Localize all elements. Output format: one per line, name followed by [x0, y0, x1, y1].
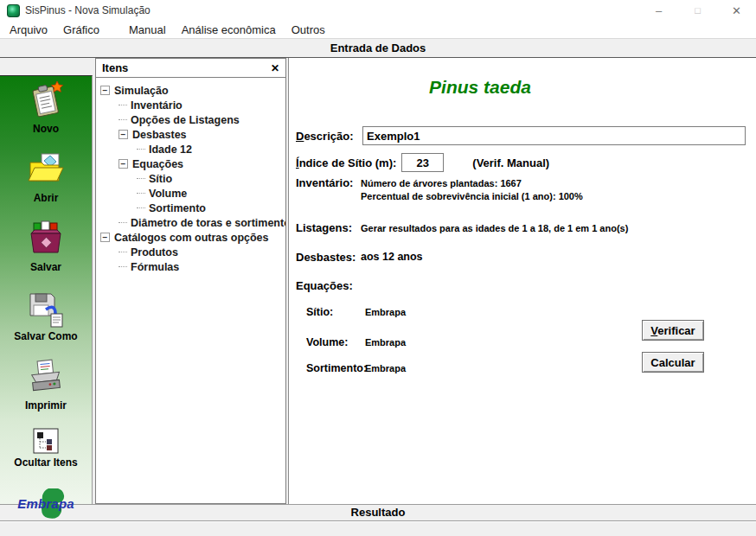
- sidebar-item-label: Ocultar Itens: [14, 456, 77, 469]
- itens-tree-panel: Itens ✕ −SimulaçãoInventárioOpções de Li…: [95, 58, 286, 504]
- new-simulation-icon: [26, 80, 66, 120]
- sidebar-item-imprimir[interactable]: Imprimir: [25, 357, 67, 412]
- collapse-minus-icon[interactable]: −: [119, 159, 128, 169]
- collapse-minus-icon[interactable]: −: [100, 86, 110, 95]
- maximize-button[interactable]: □: [678, 0, 717, 21]
- sidebar-item-label: Salvar Como: [14, 330, 77, 342]
- indice-sitio-input[interactable]: [401, 153, 444, 172]
- tree-connector: [119, 119, 127, 120]
- embrapa-logo-text: Embrapa: [7, 496, 85, 511]
- open-folder-icon: [26, 150, 66, 189]
- collapse-minus-icon[interactable]: −: [119, 130, 128, 139]
- equacao-sortimento-label: Sortimento:: [306, 362, 365, 374]
- content-area: Novo Abrir: [0, 58, 756, 504]
- entrada-de-dados-header: Entrada de Dados: [0, 39, 756, 58]
- hide-items-tree-icon: [33, 426, 59, 454]
- app-window: SisPinus - Nova Simulação – □ ✕ Arquivo …: [0, 0, 756, 536]
- descricao-input[interactable]: [362, 126, 746, 145]
- tree-item-label: Simulação: [114, 85, 169, 97]
- tree-item-5[interactable]: −Equações: [96, 156, 285, 171]
- tree-item-1[interactable]: Inventário: [96, 98, 285, 112]
- listagens-label: Listagens:: [296, 221, 361, 234]
- listagens-row: Listagens: Gerar resultados para as idad…: [296, 221, 628, 235]
- equacao-volume-row: Volume: Embrapa: [306, 336, 406, 348]
- inventario-row: Inventário: Número de árvores plantadas:…: [296, 176, 583, 203]
- verificar-button[interactable]: Verificar: [642, 320, 704, 341]
- tree-connector: [137, 149, 145, 150]
- collapse-minus-icon[interactable]: −: [100, 233, 110, 242]
- resultado-header: Resultado: [0, 504, 756, 521]
- tree-item-8[interactable]: Sortimento: [96, 201, 285, 215]
- calcular-button[interactable]: Calcular: [642, 352, 704, 373]
- tree-connector: [119, 222, 127, 223]
- tree-item-label: Diâmetro de toras e sortimento: [131, 217, 285, 229]
- descricao-label: Descrição:: [296, 130, 362, 143]
- close-button[interactable]: ✕: [717, 0, 756, 21]
- tree-item-3[interactable]: −Desbastes: [96, 127, 285, 142]
- tree-item-7[interactable]: Volume: [96, 186, 285, 201]
- close-itens-panel-icon[interactable]: ✕: [271, 62, 279, 74]
- indice-sitio-row: Índice de Sítio (m): (Verif. Manual): [296, 153, 746, 172]
- tree-item-label: Idade 12: [149, 144, 192, 156]
- tree-item-2[interactable]: Opções de Listagens: [96, 112, 285, 127]
- minimize-button[interactable]: –: [639, 0, 678, 21]
- tree-item-label: Opções de Listagens: [131, 114, 240, 126]
- tree-item-6[interactable]: Sítio: [96, 171, 285, 186]
- indice-sitio-label: Índice de Sítio (m):: [296, 156, 396, 169]
- menu-grafico[interactable]: Gráfico: [55, 23, 107, 36]
- app-icon: [7, 4, 20, 17]
- descricao-row: Descrição:: [296, 126, 746, 145]
- embrapa-logo: Embrapa: [7, 488, 85, 520]
- tree-item-label: Desbastes: [132, 129, 187, 141]
- print-icon: [26, 357, 66, 397]
- tree-connector: [137, 178, 145, 179]
- tree-item-label: Produtos: [131, 246, 178, 258]
- verif-manual-note: (Verif. Manual): [472, 156, 549, 169]
- sidebar-item-salvar[interactable]: Salvar: [26, 219, 66, 273]
- tree-body: −SimulaçãoInventárioOpções de Listagens−…: [96, 78, 285, 503]
- equacao-volume-value: Embrapa: [365, 336, 406, 348]
- sidebar-item-label: Imprimir: [25, 399, 67, 412]
- tree-item-11[interactable]: Produtos: [96, 245, 285, 259]
- tree-connector: [137, 193, 145, 194]
- sidebar-item-abrir[interactable]: Abrir: [26, 150, 66, 204]
- entrada-main-panel: Pinus taeda Descrição: Índice de Sítio (…: [288, 58, 756, 504]
- sidebar-item-novo[interactable]: Novo: [26, 80, 66, 135]
- menu-outros[interactable]: Outros: [284, 23, 333, 36]
- tree-item-label: Sortimento: [149, 202, 206, 214]
- tree-item-label: Volume: [149, 188, 187, 200]
- menu-arquivo[interactable]: Arquivo: [2, 23, 55, 36]
- desbastes-label: Desbastes:: [296, 251, 361, 264]
- menu-analise-economica[interactable]: Análise econômica: [174, 23, 284, 36]
- equacoes-label: Equações:: [296, 279, 353, 292]
- tree-item-4[interactable]: Idade 12: [96, 142, 285, 156]
- equacao-sitio-label: Sítio:: [306, 306, 365, 318]
- tree-item-9[interactable]: Diâmetro de toras e sortimento: [96, 215, 285, 230]
- species-title: Pinus taeda: [289, 77, 671, 98]
- menu-manual[interactable]: Manual: [121, 23, 174, 36]
- left-spacer: [0, 58, 93, 75]
- tree-connector: [137, 207, 145, 208]
- sidebar-item-salvar-como[interactable]: Salvar Como: [14, 288, 77, 342]
- itens-panel-title: Itens: [102, 61, 128, 74]
- desbastes-row: Desbastes: aos 12 anos: [296, 251, 423, 264]
- tree-item-label: Equações: [132, 158, 183, 170]
- equacao-sortimento-value: Embrapa: [365, 362, 406, 374]
- save-icon: [26, 219, 66, 258]
- tree-item-0[interactable]: −Simulação: [96, 83, 285, 98]
- inventario-line-sobrevivencia: Percentual de sobrevivência inicial (1 a…: [361, 190, 583, 203]
- sidebar-item-label: Novo: [33, 123, 59, 135]
- tree-item-12[interactable]: Fórmulas: [96, 259, 285, 274]
- window-controls: – □ ✕: [639, 0, 756, 21]
- itens-panel-header: Itens ✕: [96, 59, 285, 78]
- tree-item-10[interactable]: −Catálogos com outras opções: [96, 230, 285, 245]
- left-column: Novo Abrir: [0, 58, 93, 504]
- listagens-value: Gerar resultados para as idades de 1 a 1…: [361, 221, 628, 235]
- tree-item-label: Catálogos com outras opções: [114, 232, 269, 244]
- tree-connector: [119, 266, 127, 267]
- title-bar: SisPinus - Nova Simulação – □ ✕: [0, 0, 756, 21]
- window-title: SisPinus - Nova Simulação: [25, 4, 151, 16]
- tree-item-label: Inventário: [131, 99, 183, 112]
- sidebar-item-ocultar-itens[interactable]: Ocultar Itens: [14, 426, 77, 469]
- tree-item-label: Sítio: [149, 173, 172, 185]
